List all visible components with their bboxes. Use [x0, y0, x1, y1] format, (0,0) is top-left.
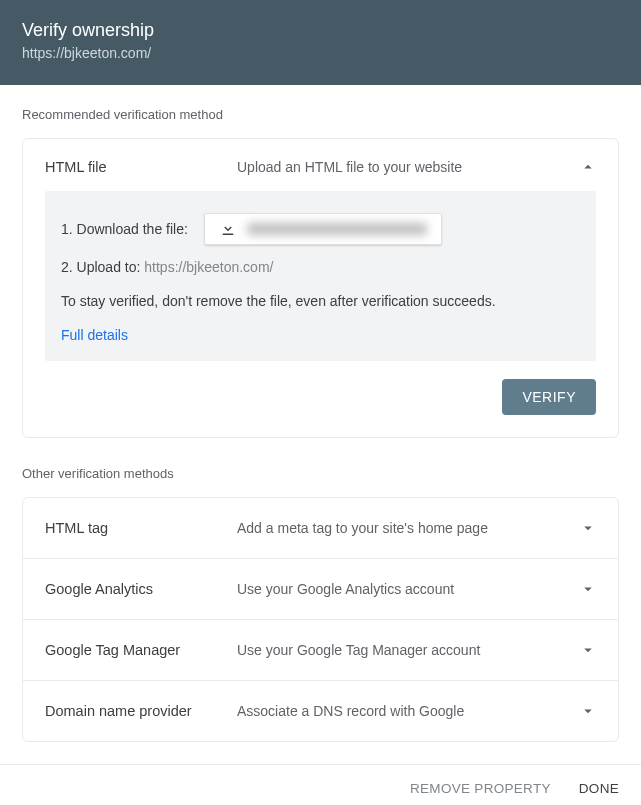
verify-button[interactable]: VERIFY: [502, 379, 596, 415]
download-file-button[interactable]: [204, 213, 442, 245]
method-name: Google Tag Manager: [45, 642, 237, 658]
remove-property-button[interactable]: REMOVE PROPERTY: [410, 781, 551, 796]
chevron-down-icon: [578, 701, 598, 721]
instructions-panel: 1. Download the file: 2. Upload to: http…: [45, 191, 596, 361]
full-details-link[interactable]: Full details: [61, 327, 128, 343]
method-google-analytics[interactable]: Google Analytics Use your Google Analyti…: [23, 559, 618, 620]
page-title: Verify ownership: [22, 20, 619, 41]
other-methods-list: HTML tag Add a meta tag to your site's h…: [22, 497, 619, 742]
download-icon: [219, 220, 237, 238]
method-desc: Upload an HTML file to your website: [237, 159, 578, 175]
method-name: Google Analytics: [45, 581, 237, 597]
property-url: https://bjkeeton.com/: [22, 45, 619, 61]
method-domain-provider[interactable]: Domain name provider Associate a DNS rec…: [23, 681, 618, 741]
download-filename-redacted: [247, 223, 427, 235]
method-google-tag-manager[interactable]: Google Tag Manager Use your Google Tag M…: [23, 620, 618, 681]
step2-url: https://bjkeeton.com/: [144, 259, 273, 275]
done-button[interactable]: DONE: [579, 781, 619, 796]
step2: 2. Upload to: https://bjkeeton.com/: [61, 259, 580, 275]
chevron-up-icon: [578, 157, 598, 177]
method-desc: Use your Google Analytics account: [237, 581, 578, 597]
dialog-header: Verify ownership https://bjkeeton.com/: [0, 0, 641, 85]
step1-label: 1. Download the file:: [61, 221, 188, 237]
step2-prefix: 2. Upload to:: [61, 259, 144, 275]
chevron-down-icon: [578, 579, 598, 599]
method-name: Domain name provider: [45, 703, 237, 719]
recommended-label: Recommended verification method: [22, 107, 619, 122]
persistence-note: To stay verified, don't remove the file,…: [61, 293, 580, 309]
chevron-down-icon: [578, 518, 598, 538]
method-desc: Add a meta tag to your site's home page: [237, 520, 578, 536]
other-methods-label: Other verification methods: [22, 466, 619, 481]
html-file-card: HTML file Upload an HTML file to your we…: [22, 138, 619, 438]
method-desc: Associate a DNS record with Google: [237, 703, 578, 719]
content-area: Recommended verification method HTML fil…: [0, 85, 641, 764]
method-html-tag[interactable]: HTML tag Add a meta tag to your site's h…: [23, 498, 618, 559]
html-file-header[interactable]: HTML file Upload an HTML file to your we…: [23, 139, 618, 191]
method-desc: Use your Google Tag Manager account: [237, 642, 578, 658]
method-name: HTML tag: [45, 520, 237, 536]
dialog-footer: REMOVE PROPERTY DONE: [0, 764, 641, 805]
method-name: HTML file: [45, 159, 237, 175]
chevron-down-icon: [578, 640, 598, 660]
